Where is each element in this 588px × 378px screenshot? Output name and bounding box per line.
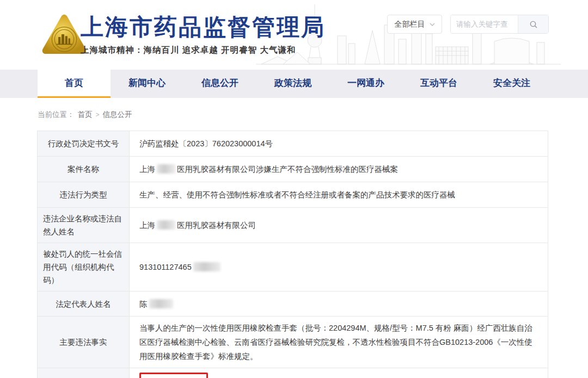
search-area: 全部栏目 [387,15,549,34]
nav-item-interaction[interactable]: 互动平台 [402,70,475,98]
breadcrumb: 当前位置： 首页 > 信息公开 [38,110,588,120]
table-row-penalty-type: 处罚种类和方式 ,罚款(599500元) [38,368,548,378]
nav-item-safety[interactable]: 安全关注 [475,70,548,98]
row-label: 案件名称 [38,157,130,182]
category-dropdown[interactable]: 全部栏目 [387,15,442,34]
row-value: ,罚款(599500元) [130,368,548,378]
row-value: 当事人的生产的一次性使用医用橡胶检查手套（批号：2204294M、规格/型号：M… [130,317,548,368]
row-value: 生产、经营、使用不符合强制性标准或者不符合经注册或者备案的产品技术要求的医疗器械 [130,182,548,207]
row-label: 主要违法事实 [38,317,130,368]
table-row-company-name: 违法企业名称或违法自然人姓名 上海医用乳胶器材有限公司 [38,208,548,243]
site-title: 上海市药品监督管理局 [81,14,326,40]
redaction-blur [149,299,173,308]
site-header: 上海市药品监督管理局 上海城市精神：海纳百川 追求卓越 开明睿智 大气谦和 全部… [0,0,588,70]
site-slogan: 上海城市精神：海纳百川 追求卓越 开明睿智 大气谦和 [81,45,326,56]
main-nav: 首页 新闻中心 信息公开 政策法规 一网通办 互动平台 安全关注 [0,70,588,98]
breadcrumb-prefix: 当前位置： [38,110,75,120]
row-label: 法定代表人姓名 [38,292,130,316]
page: 上海市药品监督管理局 上海城市精神：海纳百川 追求卓越 开明睿智 大气谦和 全部… [0,0,588,378]
nav-item-home[interactable]: 首页 [38,70,111,98]
row-value: 913101127465 [130,243,548,291]
table-row-main-facts: 主要违法事实 当事人的生产的一次性使用医用橡胶检查手套（批号：2204294M、… [38,317,548,368]
chevron-down-icon [430,22,435,27]
row-label: 违法企业名称或违法自然人姓名 [38,208,130,243]
row-value: 沪药监稽处〔2023〕762023000014号 [130,131,548,156]
site-title-block: 上海市药品监督管理局 上海城市精神：海纳百川 追求卓越 开明睿智 大气谦和 [81,14,326,56]
table-row-legal-representative: 法定代表人姓名 陈 [38,292,548,317]
breadcrumb-separator: > [96,111,100,119]
redaction-blur [157,220,175,230]
row-value: 上海医用乳胶器材有限公司涉嫌生产不符合强制性标准的医疗器械案 [130,157,548,182]
table-row-credit-code: 被处罚人的统一社会信用代码（组织机构代码） 913101127465 [38,243,548,292]
main-nav-items: 首页 新闻中心 信息公开 政策法规 一网通办 互动平台 安全关注 [38,70,588,98]
row-label: 处罚种类和方式 [38,368,130,378]
search-input[interactable] [451,15,518,33]
breadcrumb-current[interactable]: 信息公开 [103,110,132,120]
search-box [450,15,549,34]
category-dropdown-label: 全部栏目 [395,20,425,29]
row-label: 被处罚人的统一社会信用代码（组织机构代码） [38,243,130,291]
search-button[interactable] [518,15,548,33]
table-row-case-name: 案件名称 上海医用乳胶器材有限公司涉嫌生产不符合强制性标准的医疗器械案 [38,157,548,182]
nav-item-policies[interactable]: 政策法规 [256,70,329,98]
nav-item-info-disclosure[interactable]: 信息公开 [183,70,256,98]
table-row-violation-type: 违法行为类型 生产、经营、使用不符合强制性标准或者不符合经注册或者备案的产品技术… [38,182,548,208]
row-label: 行政处罚决定书文号 [38,131,130,156]
row-value: 上海医用乳胶器材有限公司 [130,208,548,243]
table-row-decision-number: 行政处罚决定书文号 沪药监稽处〔2023〕762023000014号 [38,131,548,157]
search-icon [529,20,538,29]
penalty-amount-highlight-box: ,罚款(599500元) [139,373,208,378]
redaction-blur [193,262,220,271]
row-label: 违法行为类型 [38,182,130,207]
penalty-detail-table: 行政处罚决定书文号 沪药监稽处〔2023〕762023000014号 案件名称 … [37,131,548,378]
row-value: 陈 [130,292,548,316]
nav-item-news[interactable]: 新闻中心 [111,70,183,98]
nav-item-online-services[interactable]: 一网通办 [329,70,402,98]
breadcrumb-home-link[interactable]: 首页 [78,110,93,120]
redaction-blur [157,164,175,173]
